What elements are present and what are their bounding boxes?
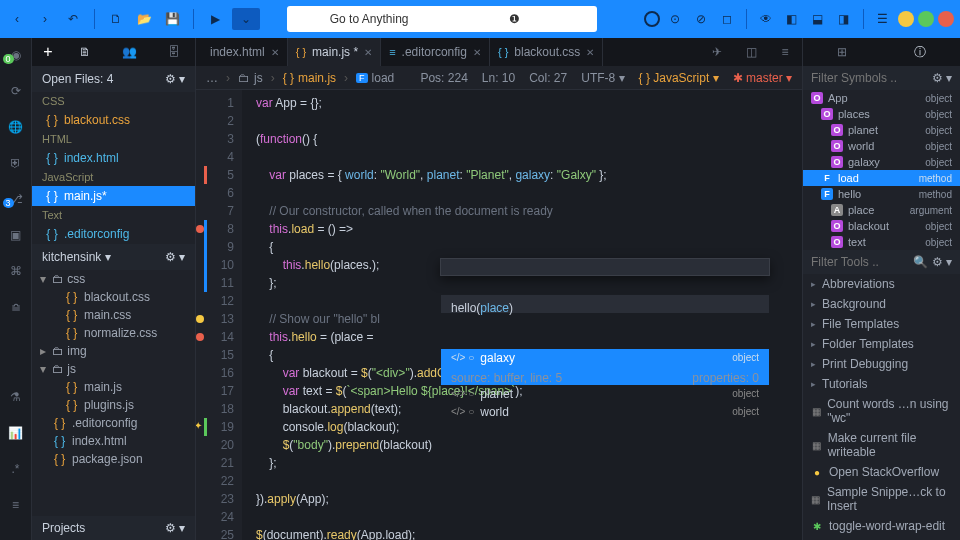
activity-shield-icon[interactable]: ⛨ — [7, 154, 25, 172]
record-button[interactable] — [644, 11, 660, 27]
tree-folder[interactable]: ▸ 🗀 img — [32, 342, 195, 360]
save-button[interactable]: 💾 — [161, 8, 183, 30]
go-to-anything-input[interactable]: Go to Anything ❶ — [287, 6, 597, 32]
step-into-button[interactable]: ⊘ — [690, 8, 712, 30]
panel-left-icon[interactable]: ◧ — [781, 8, 803, 30]
tree-file[interactable]: { } main.css — [32, 306, 195, 324]
new-tab-button[interactable]: + — [32, 38, 64, 66]
activity-clipboard-icon[interactable]: ▣ — [7, 226, 25, 244]
bc-file[interactable]: { } main.js — [283, 71, 336, 85]
tree-folder[interactable]: ▾ 🗀 js — [32, 360, 195, 378]
nav-forward-button[interactable]: › — [34, 8, 56, 30]
activity-db-icon[interactable]: ≡ — [7, 496, 25, 514]
symbol-row[interactable]: Aplaceargument — [803, 202, 960, 218]
eye-toggle[interactable]: 👁 — [755, 8, 777, 30]
activity-regex-icon[interactable]: .* — [7, 460, 25, 478]
tab-send-icon[interactable]: ✈ — [700, 45, 734, 59]
stop-button[interactable]: ◻ — [716, 8, 738, 30]
rp-minimap-icon[interactable]: ⊞ — [837, 45, 847, 59]
symbol-row[interactable]: Oblackoutobject — [803, 218, 960, 234]
panel-right-icon[interactable]: ◨ — [833, 8, 855, 30]
code-area[interactable]: ✦ 12345678910111213141516171819202122232… — [196, 90, 802, 540]
editor-tab[interactable]: { }blackout.css✕ — [490, 38, 603, 66]
open-file-item[interactable]: { }blackout.css — [32, 110, 195, 130]
window-minimize[interactable] — [898, 11, 914, 27]
window-maximize[interactable] — [918, 11, 934, 27]
autocomplete-item[interactable]: </> ○planetobject — [441, 385, 769, 403]
symbol-row[interactable]: Oworldobject — [803, 138, 960, 154]
symbol-row[interactable]: Oplanetobject — [803, 122, 960, 138]
symbol-row[interactable]: Oplacesobject — [803, 106, 960, 122]
activity-flask-icon[interactable]: ⚗ — [7, 388, 25, 406]
run-button[interactable]: ▶ — [204, 8, 226, 30]
panel-bottom-icon[interactable]: ⬓ — [807, 8, 829, 30]
run-dropdown[interactable]: ⌄ — [232, 8, 260, 30]
open-files-header[interactable]: Open Files: 4 ⚙ ▾ — [32, 66, 195, 92]
bc-dots[interactable]: … — [206, 71, 218, 85]
tree-file[interactable]: { } blackout.css — [32, 288, 195, 306]
symbol-row[interactable]: Floadmethod — [803, 170, 960, 186]
tool-category[interactable]: ▸File Templates — [803, 314, 960, 334]
tree-file[interactable]: { } package.json — [32, 450, 195, 468]
status-encoding[interactable]: UTF-8 ▾ — [581, 71, 624, 85]
autocomplete-item[interactable]: </> ○worldobject — [441, 403, 769, 421]
bc-symbol[interactable]: F load — [356, 71, 394, 85]
tree-file[interactable]: { } plugins.js — [32, 396, 195, 414]
open-file-item[interactable]: { }main.js* — [32, 186, 195, 206]
filter-symbols[interactable]: ⚙ ▾ — [803, 66, 960, 90]
editor-tab[interactable]: { }main.js *✕ — [288, 38, 381, 66]
activity-vcs-icon[interactable]: ⎇3 — [7, 190, 25, 208]
status-branch[interactable]: ✱ master ▾ — [733, 71, 792, 85]
tree-folder[interactable]: ▾ 🗀 css — [32, 270, 195, 288]
open-folder-button[interactable]: 📂 — [133, 8, 155, 30]
close-icon[interactable]: ✕ — [271, 47, 279, 58]
activity-chart-icon[interactable]: 📊 — [7, 424, 25, 442]
tool-category[interactable]: ▸Print Debugging — [803, 354, 960, 374]
activity-share-icon[interactable]: ⪮ — [7, 298, 25, 316]
open-file-item[interactable]: { }.editorconfig — [32, 224, 195, 244]
activity-terminal-icon[interactable]: ⌘ — [7, 262, 25, 280]
tree-file[interactable]: { } .editorconfig — [32, 414, 195, 432]
nav-back-button[interactable]: ‹ — [6, 8, 28, 30]
project-header[interactable]: kitchensink ▾ ⚙ ▾ — [32, 244, 195, 270]
tree-file[interactable]: { } main.js — [32, 378, 195, 396]
filter-tools[interactable]: 🔍 ⚙ ▾ — [803, 250, 960, 274]
tool-macro[interactable]: 🧰Kitchensink — [803, 536, 960, 540]
symbol-row[interactable]: OAppobject — [803, 90, 960, 106]
open-file-item[interactable]: { }index.html — [32, 148, 195, 168]
window-close[interactable] — [938, 11, 954, 27]
activity-debug-icon[interactable]: ◉0 — [7, 46, 25, 64]
editor-tab[interactable]: index.html✕ — [196, 38, 288, 66]
sidebar-tab-files-icon[interactable]: 🗎 — [79, 45, 91, 59]
status-language[interactable]: { } JavaScript ▾ — [639, 71, 719, 85]
step-over-button[interactable]: ⊙ — [664, 8, 686, 30]
projects-bar[interactable]: Projects⚙ ▾ — [32, 516, 195, 540]
tool-category[interactable]: ▸Abbreviations — [803, 274, 960, 294]
sidebar-tab-db-icon[interactable]: 🗄 — [168, 45, 180, 59]
symbol-row[interactable]: Fhellomethod — [803, 186, 960, 202]
rp-info-icon[interactable]: ⓘ — [914, 44, 926, 61]
tool-macro[interactable]: ▦Sample Snippe…ck to Insert — [803, 482, 960, 516]
tool-category[interactable]: ▸Folder Templates — [803, 334, 960, 354]
autocomplete-item[interactable]: </> ○galaxyobject — [441, 349, 769, 367]
tool-macro[interactable]: ▦Count words …n using "wc" — [803, 394, 960, 428]
close-icon[interactable]: ✕ — [364, 47, 372, 58]
activity-sync-icon[interactable]: ⟳ — [7, 82, 25, 100]
new-file-button[interactable]: 🗋 — [105, 8, 127, 30]
editor-tab[interactable]: ≡.editorconfig✕ — [381, 38, 490, 66]
tool-macro[interactable]: ✱toggle-word-wrap-edit — [803, 516, 960, 536]
bc-folder[interactable]: 🗀 js — [238, 71, 263, 85]
tree-file[interactable]: { } normalize.css — [32, 324, 195, 342]
tool-macro[interactable]: ▦Make current file writeable — [803, 428, 960, 462]
tool-category[interactable]: ▸Tutorials — [803, 374, 960, 394]
activity-globe-icon[interactable]: 🌐 — [7, 118, 25, 136]
tab-split-icon[interactable]: ◫ — [734, 45, 768, 59]
tool-category[interactable]: ▸Background — [803, 294, 960, 314]
symbol-row[interactable]: Ogalaxyobject — [803, 154, 960, 170]
close-icon[interactable]: ✕ — [473, 47, 481, 58]
symbol-row[interactable]: Otextobject — [803, 234, 960, 250]
tab-list-icon[interactable]: ≡ — [768, 45, 802, 59]
undo-button[interactable]: ↶ — [62, 8, 84, 30]
tool-macro[interactable]: ●Open StackOverflow — [803, 462, 960, 482]
close-icon[interactable]: ✕ — [586, 47, 594, 58]
